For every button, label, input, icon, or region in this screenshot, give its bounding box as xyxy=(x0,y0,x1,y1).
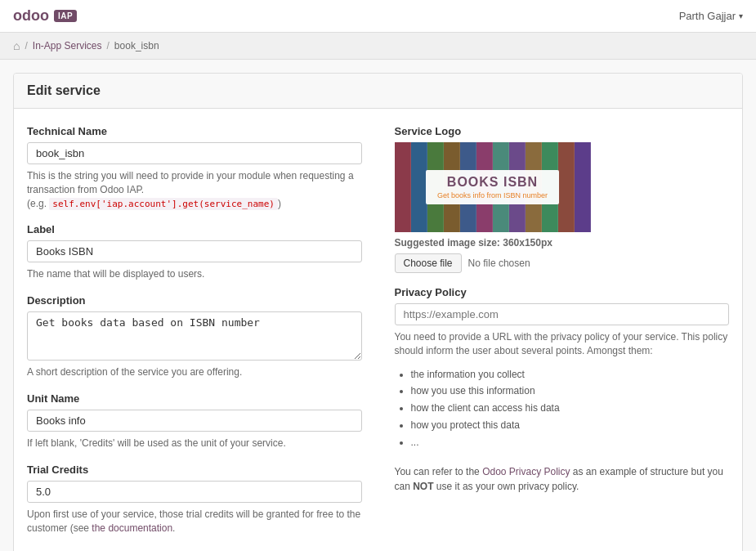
privacy-bullet-2: how you use this information xyxy=(411,384,730,398)
home-icon[interactable]: ⌂ xyxy=(13,39,20,52)
main-content: Edit service Technical Name This is the … xyxy=(0,60,756,551)
privacy-policy-input[interactable] xyxy=(395,303,730,325)
breadcrumb-sep-1: / xyxy=(25,40,27,52)
privacy-policy-description: You need to provide a URL with the priva… xyxy=(395,330,730,358)
brand: odoo IAP xyxy=(13,7,77,25)
image-size-value: 360x150px xyxy=(503,237,552,249)
form-left: Technical Name This is the string you wi… xyxy=(27,125,362,535)
trial-credits-label: Trial Credits xyxy=(27,464,362,476)
privacy-bullet-5: ... xyxy=(411,436,730,450)
edit-service-card: Edit service Technical Name This is the … xyxy=(13,73,743,551)
book-spine-1 xyxy=(395,142,411,232)
trial-credits-group: Trial Credits Upon first use of your ser… xyxy=(27,464,362,535)
description-hint: A short description of the service you a… xyxy=(27,365,362,379)
breadcrumb-in-app-services[interactable]: In-App Services xyxy=(33,40,102,52)
label-hint: The name that will be displayed to users… xyxy=(27,267,362,281)
privacy-bullet-3: how the client can access his data xyxy=(411,401,730,415)
label-group: Label The name that will be displayed to… xyxy=(27,223,362,281)
service-logo-preview: BOOKS ISBN Get books info from ISBN numb… xyxy=(395,142,591,232)
book-spine-11 xyxy=(558,142,575,232)
trial-credits-hint: Upon first use of your service, those tr… xyxy=(27,508,362,535)
technical-name-group: Technical Name This is the string you wi… xyxy=(27,125,362,210)
form-right: Service Logo xyxy=(395,125,730,535)
technical-name-label: Technical Name xyxy=(27,125,362,137)
book-spine-2 xyxy=(411,142,427,232)
user-name: Parth Gajjar xyxy=(679,10,736,22)
technical-name-input[interactable] xyxy=(27,142,362,164)
documentation-link[interactable]: the documentation xyxy=(92,522,172,534)
breadcrumb-sep-2: / xyxy=(107,40,110,52)
logo-subtitle: Get books info from ISBN number xyxy=(437,191,548,199)
label-input[interactable] xyxy=(27,240,362,262)
trial-credits-input[interactable] xyxy=(27,481,362,503)
odoo-privacy-policy-link[interactable]: Odoo Privacy Policy xyxy=(482,466,570,477)
breadcrumb-current: book_isbn xyxy=(114,40,159,52)
description-input[interactable] xyxy=(27,311,362,361)
unit-name-hint: If left blank, 'Credits' will be used as… xyxy=(27,437,362,450)
page-title: Edit service xyxy=(27,83,729,98)
service-name-code: self.env['iap.account'].get(service_name… xyxy=(49,198,278,210)
card-header: Edit service xyxy=(14,74,742,109)
logo-title: BOOKS ISBN xyxy=(437,175,548,190)
description-label: Description xyxy=(27,294,362,307)
choose-file-button[interactable]: Choose file xyxy=(395,253,462,273)
navbar: odoo IAP Parth Gajjar ▾ xyxy=(0,0,756,33)
breadcrumb: ⌂ / In-App Services / book_isbn xyxy=(0,33,756,60)
unit-name-label: Unit Name xyxy=(27,392,362,405)
user-menu[interactable]: Parth Gajjar ▾ xyxy=(679,10,743,22)
unit-name-group: Unit Name If left blank, 'Credits' will … xyxy=(27,392,362,450)
privacy-bullets: the information you collect how you use … xyxy=(411,368,730,453)
iap-badge: IAP xyxy=(54,10,77,22)
odoo-logo: odoo xyxy=(13,7,49,25)
chevron-down-icon: ▾ xyxy=(739,11,743,20)
privacy-bullet-1: the information you collect xyxy=(411,368,730,382)
technical-name-hint: This is the string you will need to prov… xyxy=(27,169,362,210)
image-size-hint: Suggested image size: 360x150px xyxy=(395,237,730,249)
service-logo-label: Service Logo xyxy=(395,125,730,137)
privacy-policy-label: Privacy Policy xyxy=(395,286,730,298)
book-spine-12 xyxy=(575,142,591,232)
file-name-label: No file chosen xyxy=(468,258,530,269)
logo-text-box: BOOKS ISBN Get books info from ISBN numb… xyxy=(426,170,559,204)
privacy-policy-note: You can refer to the Odoo Privacy Policy… xyxy=(395,464,730,494)
unit-name-input[interactable] xyxy=(27,410,362,432)
not-strong: NOT xyxy=(413,481,433,492)
privacy-policy-group: Privacy Policy You need to provide a URL… xyxy=(395,286,730,494)
file-input-row: Choose file No file chosen xyxy=(395,253,730,273)
service-logo-group: Service Logo xyxy=(395,125,730,273)
privacy-bullet-4: how you protect this data xyxy=(411,419,730,432)
label-field-label: Label xyxy=(27,223,362,235)
description-group: Description A short description of the s… xyxy=(27,294,362,379)
card-body: Technical Name This is the string you wi… xyxy=(14,109,742,551)
